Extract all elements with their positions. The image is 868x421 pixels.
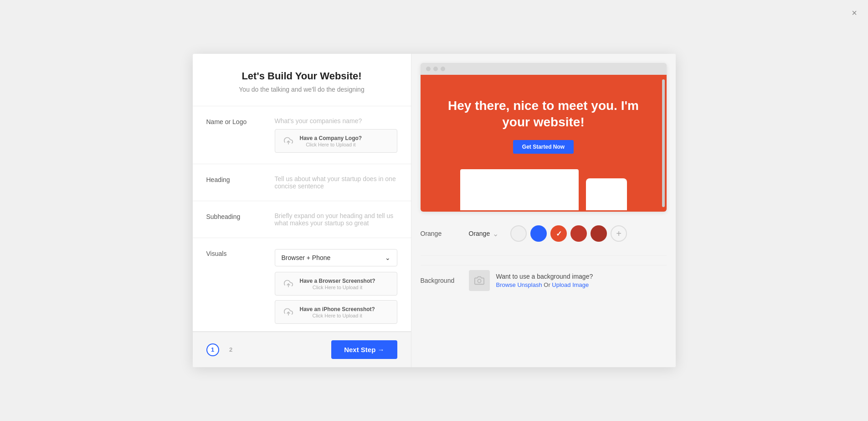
- background-prompt: Want to use a background image?: [496, 273, 593, 280]
- page-2-indicator: 2: [225, 343, 237, 356]
- color-dropdown[interactable]: Orange ⌄: [469, 229, 499, 238]
- name-or-logo-row: Name or Logo What's your companies name?: [193, 106, 411, 164]
- visuals-row: Visuals Browser + Phone ⌄: [193, 238, 411, 332]
- visuals-dropdown-value: Browser + Phone: [282, 254, 331, 261]
- left-panel: Let's Build Your Website! You do the tal…: [193, 54, 411, 367]
- color-swatches: +: [510, 225, 627, 242]
- subheading-content: Briefly expand on your heading and tell …: [275, 212, 397, 227]
- camera-icon: [469, 270, 490, 291]
- company-name-placeholder: What's your companies name?: [275, 117, 397, 125]
- browser-screenshot-upload[interactable]: Have a Browser Screenshot? Click Here to…: [275, 272, 397, 296]
- browser-upload-subtitle: Click Here to Upload it: [300, 285, 375, 290]
- phone-inner-mockup: [586, 178, 627, 210]
- left-scroll-area: Let's Build Your Website! You do the tal…: [193, 54, 411, 332]
- or-separator: Or: [544, 281, 552, 288]
- svg-point-3: [478, 279, 481, 282]
- upload-icon-iphone: [282, 305, 295, 319]
- iphone-upload-title: Have an iPhone Screenshot?: [300, 306, 375, 313]
- browser-preview: Hey there, nice to meet you. I'm your we…: [421, 63, 667, 212]
- heading-label: Heading: [206, 175, 266, 183]
- left-footer: 1 2 Next Step →: [193, 332, 411, 367]
- visuals-dropdown[interactable]: Browser + Phone ⌄: [275, 249, 397, 266]
- heading-placeholder: Tell us about what your startup does in …: [275, 175, 397, 190]
- add-color-swatch-button[interactable]: +: [611, 225, 627, 242]
- page-1-indicator: 1: [206, 343, 219, 356]
- upload-icon-browser: [282, 277, 295, 291]
- background-upload-area: Want to use a background image? Browse U…: [469, 270, 593, 291]
- main-container: Let's Build Your Website! You do the tal…: [193, 54, 676, 367]
- browser-dot-1: [426, 67, 431, 71]
- visuals-label: Visuals: [206, 249, 266, 324]
- upload-icon: [282, 134, 295, 148]
- page-subtitle: You do the talking and we'll do the desi…: [206, 86, 397, 93]
- color-swatch-dark-red[interactable]: [591, 225, 607, 242]
- name-or-logo-content: What's your companies name? Have a Compa…: [275, 117, 397, 153]
- visuals-content: Browser + Phone ⌄: [275, 249, 397, 324]
- background-row: Background Want to use a background imag…: [421, 265, 667, 296]
- chevron-down-icon-color: ⌄: [493, 229, 498, 238]
- browser-content: Hey there, nice to meet you. I'm your we…: [421, 75, 667, 212]
- subheading-placeholder: Briefly expand on your heading and tell …: [275, 212, 397, 227]
- browser-dot-2: [433, 67, 438, 71]
- color-swatch-orange-selected[interactable]: [550, 225, 567, 242]
- pagination: 1 2: [206, 343, 237, 356]
- iphone-screenshot-upload[interactable]: Have an iPhone Screenshot? Click Here to…: [275, 300, 397, 324]
- color-dropdown-value: Orange: [469, 230, 490, 237]
- hero-title: Hey there, nice to meet you. I'm your we…: [434, 98, 653, 131]
- next-step-button[interactable]: Next Step →: [331, 340, 397, 359]
- name-or-logo-label: Name or Logo: [206, 117, 266, 125]
- left-header: Let's Build Your Website! You do the tal…: [193, 54, 411, 106]
- background-links: Browse Unsplash Or Upload Image: [496, 281, 593, 288]
- subheading-label: Subheading: [206, 212, 266, 220]
- hero-cta-button[interactable]: Get Started Now: [513, 140, 574, 154]
- upload-image-link[interactable]: Upload Image: [552, 281, 589, 288]
- logo-upload-button[interactable]: Have a Company Logo? Click Here to Uploa…: [275, 129, 397, 153]
- color-swatch-dark-orange[interactable]: [570, 225, 587, 242]
- preview-scrollbar: [662, 79, 665, 207]
- iphone-upload-subtitle: Click Here to Upload it: [300, 313, 375, 318]
- heading-row: Heading Tell us about what your startup …: [193, 164, 411, 201]
- right-panel: Hey there, nice to meet you. I'm your we…: [411, 54, 676, 367]
- subheading-row: Subheading Briefly expand on your headin…: [193, 201, 411, 238]
- color-label: Orange: [421, 230, 462, 237]
- heading-content: Tell us about what your startup does in …: [275, 175, 397, 190]
- browse-unsplash-link[interactable]: Browse Unsplash: [496, 281, 542, 288]
- divider: [421, 255, 667, 256]
- browser-toolbar: [421, 63, 667, 75]
- color-swatch-blue[interactable]: [530, 225, 547, 242]
- logo-upload-subtitle: Click Here to Upload it: [300, 142, 362, 147]
- page-title: Let's Build Your Website!: [206, 70, 397, 82]
- browser-upload-title: Have a Browser Screenshot?: [300, 277, 375, 285]
- browser-mockup-area: [434, 169, 653, 210]
- background-label: Background: [421, 277, 462, 284]
- color-row: Orange Orange ⌄ +: [421, 221, 667, 246]
- browser-dot-3: [441, 67, 445, 71]
- chevron-down-icon: ⌄: [385, 254, 390, 261]
- browser-inner-mockup: [460, 169, 579, 210]
- color-swatch-white[interactable]: [510, 225, 527, 242]
- close-button[interactable]: ×: [852, 8, 857, 17]
- logo-upload-title: Have a Company Logo?: [300, 135, 362, 142]
